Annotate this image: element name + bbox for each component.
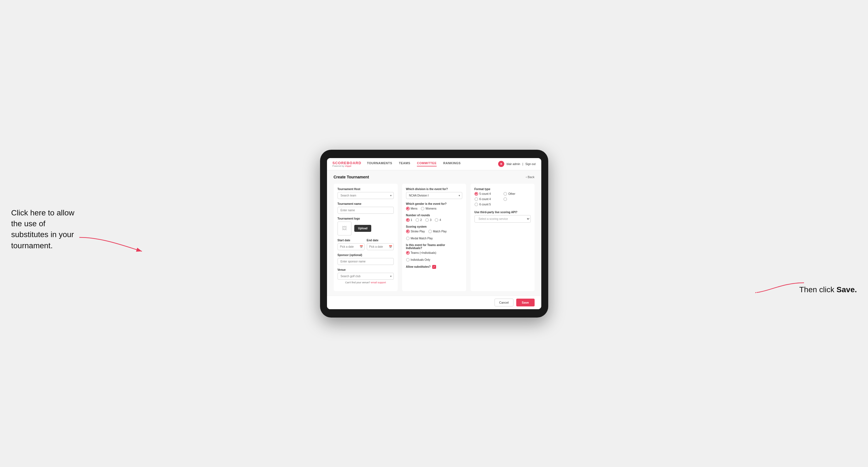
logo-rest: BOARD [347,161,362,165]
tournament-host-label: Tournament Host [338,188,394,191]
venue-select-wrapper [338,273,394,280]
main-content: Create Tournament Back Tournament Host [327,170,541,295]
nav-teams[interactable]: TEAMS [399,161,410,166]
start-date-label: Start date [338,239,365,242]
scoring-stroke[interactable]: Stroke Play [406,229,425,233]
tablet-device: SCOREBOARD Powered by clippd TOURNAMENTS… [320,150,548,317]
scoring-medal[interactable]: Medal Match Play [406,237,433,240]
scoring-match[interactable]: Match Play [428,229,447,233]
tournament-name-label: Tournament name [338,202,394,206]
start-date-wrapper: 📅 [338,243,365,250]
gender-radio-group: Mens Womens [406,207,462,210]
format-5count4[interactable]: 5 count 4 [474,192,502,196]
scoring-match-radio[interactable] [428,229,432,233]
format-field: Format type 5 count 4 Other [474,188,531,206]
sponsor-input[interactable] [338,258,394,265]
logo-placeholder: 🖼 [338,221,351,236]
scoring-medal-radio[interactable] [406,237,410,240]
form-footer: Cancel Save [327,295,541,309]
sign-out-link[interactable]: Sign out [525,162,536,165]
logo-tagline: Powered by clippd [333,165,362,167]
division-select-wrapper: NCAA Division I NCAA Division II NCAA Di… [406,192,462,199]
format-6count5-radio[interactable] [474,203,478,206]
annotation-left: Click here to allow the use of substitut… [11,207,84,251]
individuals-only[interactable]: Individuals Only [406,258,431,261]
rounds-label: Number of rounds [406,214,462,217]
format-other[interactable]: Other [503,192,531,196]
end-date-label: End date [367,239,394,242]
sponsor-label: Sponsor (optional) [338,253,394,257]
nav-separator: | [522,162,523,165]
gender-field: Which gender is the event for? Mens Wome… [406,202,462,210]
rounds-radio-group: 1 2 3 [406,218,462,222]
rounds-1[interactable]: 1 [406,218,412,222]
arrow-right [755,280,805,297]
cancel-button[interactable]: Cancel [495,299,514,306]
end-date-wrapper: 📅 [367,243,394,250]
rounds-4[interactable]: 4 [435,218,441,222]
format-grid: 5 count 4 Other 6 count 4 [474,192,531,206]
format-other-radio[interactable] [503,192,507,196]
nav-rankings[interactable]: RANKINGS [443,161,461,166]
rounds-3[interactable]: 3 [425,218,432,222]
venue-input[interactable] [338,273,394,280]
nav-tournaments[interactable]: TOURNAMENTS [367,161,392,166]
individuals-radio[interactable] [406,258,410,261]
scoring-api-select-wrapper: Select a scoring service [474,215,531,223]
nav-committee[interactable]: COMMITTEE [417,161,437,166]
rounds-4-radio[interactable] [435,218,438,222]
teams-plus-individuals[interactable]: Teams (+Individuals) [406,251,436,255]
email-support-link[interactable]: email support [371,281,386,284]
nav-bar: SCOREBOARD Powered by clippd TOURNAMENTS… [327,158,541,170]
format-6count4-radio[interactable] [474,197,478,201]
substitutes-label: Allow substitutes? [406,265,431,268]
arrow-left [79,232,143,254]
gender-mens[interactable]: Mens [406,207,417,210]
teams-radio-group: Teams (+Individuals) Individuals Only [406,251,462,261]
date-row: Start date 📅 End date 📅 [338,239,394,250]
gender-womens-radio[interactable] [421,207,425,210]
scoring-api-select[interactable]: Select a scoring service [474,215,531,223]
gender-mens-radio[interactable] [406,207,410,210]
page-wrapper: Click here to allow the use of substitut… [11,150,857,317]
tournament-host-field: Tournament Host [338,188,394,199]
teams-label: Is this event for Teams and/or Individua… [406,244,462,250]
gender-womens[interactable]: Womens [421,207,436,210]
avatar: B [498,161,504,167]
substitutes-checkbox-item: Allow substitutes? ✓ [406,265,462,269]
format-5count4-radio[interactable] [474,192,478,196]
venue-label: Venue [338,268,394,271]
tournament-logo-field: Tournament logo 🖼 Upload [338,217,394,236]
rounds-2[interactable]: 2 [415,218,422,222]
division-label: Which division is the event for? [406,188,462,191]
format-empty1-radio [503,197,507,201]
venue-help: Can't find your venue? email support [338,281,394,284]
back-link[interactable]: Back [526,175,534,179]
form-right: Format type 5 count 4 Other [471,184,535,291]
teams-radio[interactable] [406,251,410,255]
tournament-name-input[interactable] [338,207,394,214]
form-left: Tournament Host Tournament name Tourname… [334,184,398,291]
tournament-name-field: Tournament name [338,202,394,214]
end-date-icon: 📅 [389,245,392,248]
rounds-3-radio[interactable] [425,218,429,222]
save-button[interactable]: Save [516,299,535,306]
nav-links: TOURNAMENTS TEAMS COMMITTEE RANKINGS [367,161,498,166]
division-select[interactable]: NCAA Division I NCAA Division II NCAA Di… [406,192,462,199]
format-6count5[interactable]: 6 count 5 [474,203,502,206]
scoring-stroke-radio[interactable] [406,229,410,233]
logo-text: SCOREBOARD [333,161,362,165]
substitutes-checkbox[interactable]: ✓ [432,265,436,269]
rounds-2-radio[interactable] [415,218,419,222]
format-label: Format type [474,188,531,191]
tournament-host-input[interactable] [338,192,394,199]
upload-button[interactable]: Upload [354,225,372,232]
rounds-field: Number of rounds 1 2 [406,214,462,222]
scoring-api-label: Use third-party live scoring API? [474,211,531,214]
rounds-1-radio[interactable] [406,218,410,222]
teams-field: Is this event for Teams and/or Individua… [406,244,462,261]
substitutes-field: Allow substitutes? ✓ [406,265,462,269]
format-6count4[interactable]: 6 count 4 [474,197,502,201]
page-title: Create Tournament [334,175,369,179]
scoring-radio-group: Stroke Play Match Play Medal Match Play [406,229,462,240]
